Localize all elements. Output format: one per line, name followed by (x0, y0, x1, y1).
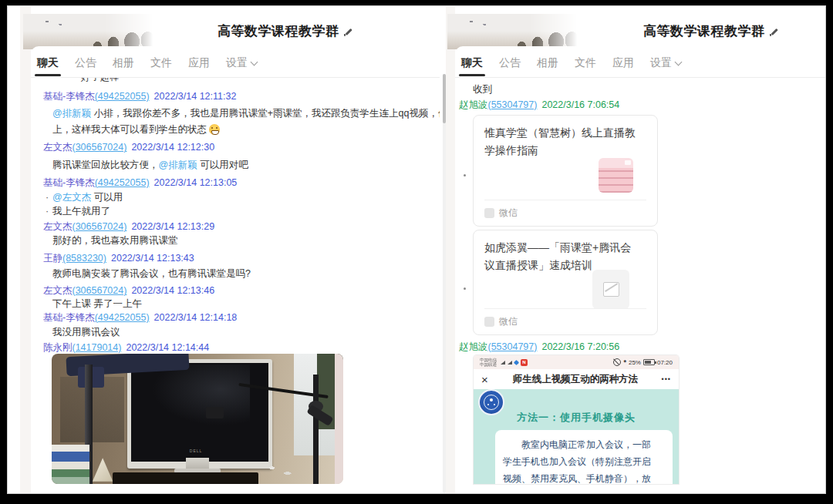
share-card-link[interactable]: 如虎添翼——「雨课堂+腾讯会议直播授课」速成培训 微信 (473, 230, 658, 335)
timestamp: 2022/3/14 12:13:46 (131, 285, 214, 296)
wechat-icon (484, 317, 494, 327)
clipped-message: 好了超棒 (81, 78, 120, 83)
chat-history-right[interactable]: 收到 赵旭波(55304797)2022/3/16 7:06:54 惟真学堂（智… (455, 78, 825, 493)
mute-icon (613, 358, 621, 366)
tab-settings[interactable]: 设置 (650, 56, 681, 70)
message-text: 我没用腾讯会议 (52, 326, 120, 338)
message-body: 我上午就用了 (52, 206, 110, 217)
scrollbar-thumb[interactable] (443, 74, 446, 123)
tab-notice[interactable]: 公告 (75, 56, 96, 70)
method-heading: 方法一：使用手机摄像头 (474, 411, 679, 425)
sender-qq-link[interactable]: (494252055) (95, 91, 150, 102)
tab-settings[interactable]: 设置 (226, 56, 257, 70)
bluetooth-icon (514, 359, 519, 365)
sender-name[interactable]: 基础-李锋杰 (43, 91, 95, 102)
status-left-group: 中国电信 中国联通 N (480, 358, 528, 367)
sender-name[interactable]: 赵旭波 (459, 99, 488, 110)
tab-apps[interactable]: 应用 (612, 56, 634, 70)
timestamp: 2022/3/14 12:13:29 (131, 221, 214, 232)
tab-bar: 聊天 公告 相册 文件 应用 设置 (455, 46, 825, 77)
mention-link[interactable]: @排新颖 (159, 160, 197, 170)
message-body: 教师电脑安装了腾讯会议，也有腾讯课堂是吗? (52, 268, 251, 279)
message-body: 腾讯课堂回放比较方便， (52, 160, 159, 170)
sender-name[interactable]: 基础-李锋杰 (43, 177, 95, 188)
photo-boom-clip (206, 407, 224, 418)
edit-title-pencil-icon[interactable] (344, 27, 353, 36)
tab-settings-label: 设置 (226, 56, 248, 69)
sender-qq-link[interactable]: (494252055) (95, 312, 150, 323)
chevron-down-icon (251, 59, 258, 66)
tabs: 聊天 公告 相册 文件 应用 设置 (31, 46, 440, 70)
sender-name[interactable]: 基础-李锋杰 (43, 312, 95, 323)
sender-qq-link[interactable]: (14179014) (73, 342, 122, 353)
message-body: 那好的，我也喜欢用腾讯课堂 (52, 235, 178, 246)
sender-qq-link[interactable]: (306567024) (73, 142, 127, 153)
method-text-line: 教室内电脑正常加入会议，一部 (503, 436, 665, 453)
share-card-footer: 微信 (484, 308, 646, 334)
message-text: 那好的，我也喜欢用腾讯课堂 (52, 234, 178, 247)
tab-chat[interactable]: 聊天 (461, 56, 483, 70)
tabs: 聊天 公告 相册 文件 应用 设置 (455, 46, 825, 70)
message-text: 上，这样我大体可以看到学生的状态 (52, 123, 220, 136)
edit-title-pencil-icon[interactable] (770, 27, 779, 36)
charging-icon: * (623, 359, 626, 365)
left-panel-scrollbar[interactable] (443, 74, 446, 493)
mention-link[interactable]: @排新颖 (52, 108, 91, 119)
signal-icon (501, 361, 505, 365)
group-title: 高等数学课程教学群 (218, 22, 353, 40)
message-body: 下午上课 弄了一上午 (52, 298, 142, 309)
sender-qq-link[interactable]: (55304797) (488, 99, 538, 110)
share-card-link[interactable]: 惟真学堂（智慧树）线上直播教学操作指南 微信 (473, 115, 658, 227)
sender-name[interactable]: 左文杰 (43, 221, 73, 232)
middle-edge-strip (446, 6, 455, 493)
share-card-source: 微信 (499, 207, 518, 220)
screenshot-page: 高等数学课程教学群 聊天 公告 相册 文件 应用 设置 好了超棒 基础-李锋杰(… (8, 6, 825, 493)
sender-name[interactable]: 左文杰 (43, 285, 73, 296)
carrier-line-2: 中国联通 (480, 362, 497, 367)
mention-link[interactable]: @左文杰 (52, 192, 91, 203)
tab-files[interactable]: 文件 (575, 56, 596, 70)
phone-article-content: 方法一：使用手机摄像头 教室内电脑正常加入会议，一部 学生手机也加入会议（特别注… (474, 389, 679, 484)
photo-book-stack (52, 445, 89, 484)
timestamp: 2022/3/14 12:14:44 (126, 342, 209, 353)
tab-notice[interactable]: 公告 (499, 56, 521, 70)
message-header: 赵旭波(55304797)2022/3/16 7:06:54 (459, 99, 619, 111)
chat-history-left[interactable]: 好了超棒 基础-李锋杰(494252055)2022/3/14 12:11:32… (31, 78, 440, 493)
chat-image-monitor-photo[interactable]: DELL (52, 354, 343, 484)
status-right-group: * 25% 07:20 (613, 358, 673, 366)
sender-name[interactable]: 王静 (43, 253, 62, 264)
photo-curtain (335, 354, 343, 484)
group-header-image (447, 14, 580, 49)
timestamp: 2022/3/14 12:12:30 (131, 142, 214, 153)
tab-apps[interactable]: 应用 (188, 56, 210, 70)
message-text: @排新颖 小排，我跟你差不多，我也是用腾讯课堂+雨课堂，我还跟负责学生连上qq视… (52, 107, 440, 119)
sender-qq-link[interactable]: (306567024) (73, 285, 127, 296)
message-text: 教师电脑安装了腾讯会议，也有腾讯课堂是吗? (52, 267, 251, 280)
share-card-source: 微信 (499, 315, 518, 328)
close-icon[interactable]: × (481, 373, 498, 386)
photo-monitor-brand: DELL (127, 449, 265, 453)
sender-name[interactable]: 左文杰 (43, 142, 73, 153)
sender-qq-link[interactable]: (494252055) (95, 177, 150, 188)
tab-bar: 聊天 公告 相册 文件 应用 设置 (31, 46, 440, 77)
sender-qq-link[interactable]: (55304797) (488, 341, 538, 352)
tab-chat[interactable]: 聊天 (37, 56, 59, 70)
tab-files[interactable]: 文件 (150, 56, 172, 70)
sender-qq-link[interactable]: (306567024) (73, 221, 127, 232)
sender-name[interactable]: 陈永刚 (43, 342, 73, 353)
timestamp: 2022/3/16 7:06:54 (541, 99, 619, 110)
chat-image-phone-screenshot[interactable]: 中国电信 中国联通 N * 25% 07:20 × (474, 355, 679, 484)
group-title-text: 高等数学课程教学群 (643, 24, 765, 39)
tab-album[interactable]: 相册 (113, 56, 134, 70)
sender-name[interactable]: 赵旭波 (459, 341, 488, 352)
message-header: 基础-李锋杰(494252055)2022/3/14 12:13:05 (43, 176, 237, 189)
photo-desk-edge (113, 472, 258, 484)
sender-qq-link[interactable]: (8583230) (62, 253, 106, 264)
more-menu-icon[interactable]: ••• (653, 375, 671, 383)
tab-album[interactable]: 相册 (537, 56, 558, 70)
timestamp: 2022/3/14 12:11:32 (154, 91, 237, 102)
message-body: 上，这样我大体可以看到学生的状态 (52, 124, 207, 135)
share-card-placeholder-thumbnail (592, 270, 629, 309)
message-text: @左文杰 可以用 (52, 191, 123, 203)
nfc-badge-icon: N (521, 359, 528, 366)
